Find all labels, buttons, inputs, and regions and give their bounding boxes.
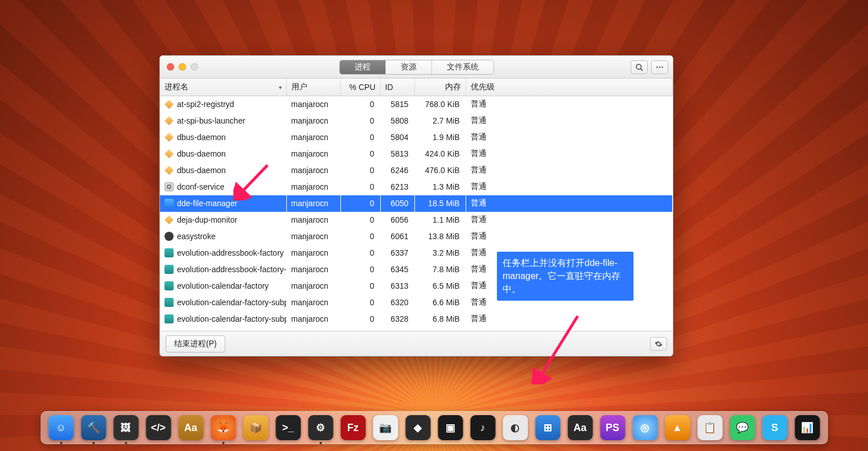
annotation-note: 任务栏上并没有打开dde-file-manager。它一直驻守在内存中。 [497,252,633,301]
table-row[interactable]: at-spi-bus-launchermanjarocn058082.7 MiB… [160,113,673,129]
cell-id: 6050 [380,195,414,212]
dock-app-phpstorm[interactable]: PS [600,415,625,440]
cell-name: evolution-calendar-factory-subp [160,294,286,311]
dock-app-kde[interactable]: ⊞ [535,415,560,440]
minimize-button[interactable] [179,63,186,71]
process-name: easystroke [177,232,216,241]
dock-app-firefox[interactable]: 🦊 [211,415,236,440]
dock-app-filezilla[interactable]: Fz [340,415,365,440]
cell-pri: 普通 [466,162,673,179]
dock-app-skype[interactable]: S [762,415,787,440]
cell-name: at-spi2-registryd [160,96,286,113]
cell-id: 6337 [380,245,414,261]
col-cpu[interactable]: % CPU [340,79,380,96]
table-row[interactable]: easystrokemanjarocn0606113.8 MiB普通 [160,228,673,245]
table-header-row: 进程名▾ 用户 % CPU ID 内存 优先级 [160,79,673,96]
table-row[interactable]: deja-dup-monitormanjarocn060561.1 MiB普通 [160,212,673,228]
col-name[interactable]: 进程名▾ [160,79,286,96]
cell-id: 5815 [380,96,414,113]
dock-app-fonts[interactable]: Aa [567,415,593,440]
end-process-button[interactable]: 结束进程(P) [166,335,225,352]
table-row[interactable]: dbus-daemonmanjarocn05813424.0 KiB普通 [160,146,673,162]
cell-user: manjarocn [286,162,340,179]
dock-app-inkscape[interactable]: ◆ [405,415,430,440]
cell-name: easystroke [160,228,286,245]
cell-name: dbus-daemon [160,146,286,162]
col-pri[interactable]: 优先级 [466,79,673,96]
dock-app-settings[interactable]: ⚙ [308,415,333,440]
maximize-button[interactable] [191,63,198,71]
process-name: at-spi2-registryd [177,100,234,109]
titlebar-actions: ⋯ [631,60,668,74]
window-footer: 结束进程(P) [160,331,673,356]
dock-app-vlc[interactable]: ▲ [665,415,690,440]
cell-pri: 普通 [466,113,673,129]
tab-processes[interactable]: 进程 [340,60,386,74]
cell-mem: 3.2 MiB [414,245,466,261]
dock-app-terminal[interactable]: >_ [275,415,301,440]
dock-app-code[interactable]: </> [146,415,171,440]
process-icon [164,298,174,307]
dock-app-xcode[interactable]: 🔨 [81,415,106,440]
col-mem[interactable]: 内存 [414,79,466,96]
process-icon [164,248,174,257]
cell-user: manjarocn [286,294,340,311]
cell-cpu: 0 [340,294,380,311]
tab-resources[interactable]: 资源 [386,60,432,74]
dock-app-package[interactable]: 📦 [243,415,268,440]
window-controls [167,63,198,71]
dock-app-music[interactable]: ♪ [470,415,495,440]
process-icon [164,166,174,175]
col-id[interactable]: ID [380,79,414,96]
cell-mem: 1.1 MiB [414,212,466,228]
dock-app-disk[interactable]: ◐ [503,415,528,440]
cell-pri: 普通 [466,146,673,162]
search-button[interactable] [631,60,648,74]
preferences-button[interactable] [650,337,667,351]
menu-button[interactable]: ⋯ [651,60,668,74]
dock-app-finder[interactable]: ☺ [48,415,73,440]
process-name: evolution-addressbook-factory-s [177,265,286,274]
titlebar[interactable]: 进程 资源 文件系统 ⋯ [160,56,673,79]
dock-app-virtualbox[interactable]: ▣ [438,415,463,440]
cell-id: 6328 [380,311,414,327]
process-name: at-spi-bus-launcher [177,116,245,125]
cell-name: dbus-daemon [160,129,286,146]
table-row[interactable]: at-spi2-registrydmanjarocn05815768.0 KiB… [160,96,673,113]
cell-id: 6213 [380,179,414,195]
process-name: evolution-calendar-factory [177,281,269,290]
col-user[interactable]: 用户 [286,79,340,96]
process-icon [164,199,174,208]
table-row[interactable]: dbus-daemonmanjarocn06246476.0 KiB普通 [160,162,673,179]
cell-mem: 6.8 MiB [414,311,466,327]
cell-user: manjarocn [286,212,340,228]
dock-app-chat[interactable]: 💬 [730,415,755,440]
table-row[interactable]: dde-file-managermanjarocn0605018.5 MiB普通 [160,195,673,212]
cell-name: dde-file-manager [160,195,286,212]
cell-id: 6313 [380,278,414,294]
table-row[interactable]: dbus-daemonmanjarocn058041.9 MiB普通 [160,129,673,146]
gear-icon [655,340,663,348]
dock-app-chromium[interactable]: ◎ [632,415,657,440]
tab-filesystems[interactable]: 文件系统 [432,60,493,74]
cell-name: evolution-addressbook-factory-s [160,261,286,278]
dock-app-notes[interactable]: 📋 [697,415,722,440]
table-row[interactable]: evolution-calendar-factory-subpmanjarocn… [160,311,673,327]
dock-app-photos[interactable]: 🖼 [113,415,138,440]
cell-mem: 768.0 KiB [414,96,466,113]
process-name: dbus-daemon [177,133,226,142]
table-row[interactable]: dconf-servicemanjarocn062131.3 MiB普通 [160,179,673,195]
dock-app-screenshot[interactable]: 📷 [373,415,398,440]
cell-mem: 7.8 MiB [414,261,466,278]
cell-id: 6061 [380,228,414,245]
cell-cpu: 0 [340,162,380,179]
cell-name: evolution-calendar-factory [160,278,286,294]
cell-user: manjarocn [286,129,340,146]
dock-app-monitor[interactable]: 📊 [795,415,820,440]
cell-pri: 普通 [466,195,673,212]
cell-user: manjarocn [286,179,340,195]
dock-app-dictionary[interactable]: Aa [178,415,203,440]
cell-user: manjarocn [286,195,340,212]
close-button[interactable] [167,63,174,71]
process-icon [164,182,174,191]
